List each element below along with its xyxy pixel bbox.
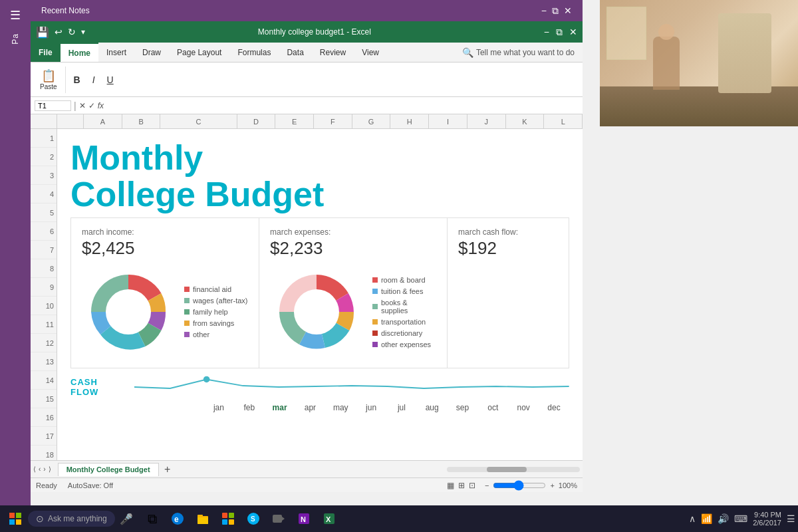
taskbar-onenote[interactable]: N xyxy=(292,507,316,531)
quick-access-toolbar: 💾 ↩ ↻ ▾ xyxy=(36,26,85,39)
sheet-nav-last[interactable]: ⟩ xyxy=(49,466,51,473)
formula-input[interactable] xyxy=(106,101,579,110)
pip-window-light xyxy=(606,7,646,60)
tab-page-layout[interactable]: Page Layout xyxy=(169,43,229,62)
excel-restore[interactable]: ⧉ xyxy=(556,27,563,38)
tell-me-input[interactable]: 🔍 Tell me what you want to do xyxy=(454,43,583,62)
exp-dot-3 xyxy=(372,304,378,309)
sheet-nav-first[interactable]: ⟨ xyxy=(33,466,36,473)
excel-close[interactable]: ✕ xyxy=(569,27,577,38)
hamburger-menu[interactable]: ☰ xyxy=(5,3,26,28)
svg-rect-8 xyxy=(198,515,203,517)
status-autosave: AutoSave: Off xyxy=(68,481,113,489)
onenote-label: Pa xyxy=(11,33,20,45)
zoom-minus[interactable]: − xyxy=(485,481,489,489)
tab-view[interactable]: View xyxy=(354,43,387,62)
cortana-search[interactable]: ⊙ Ask me anything xyxy=(28,511,115,527)
cell-reference[interactable] xyxy=(35,100,71,111)
ribbon-btn-paste[interactable]: 📋 Paste xyxy=(36,66,61,93)
taskbar-task-view[interactable]: ⧉ xyxy=(140,507,164,531)
undo-icon[interactable]: ↩ xyxy=(55,27,63,37)
tab-draw[interactable]: Draw xyxy=(134,43,169,62)
onenote-close[interactable]: ✕ xyxy=(564,5,572,17)
scroll-thumb[interactable] xyxy=(487,467,527,472)
zoom-level: 100% xyxy=(559,481,577,489)
pip-shelf xyxy=(718,13,771,93)
excel-icon: X xyxy=(323,512,336,525)
taskbar-store[interactable] xyxy=(216,507,240,531)
spreadsheet-content: Monthly College Budget march income: $2,… xyxy=(57,129,583,423)
legend-item-1: financial aid xyxy=(184,285,248,293)
taskbar-right: ∧ 📶 🔊 ⌨ 9:40 PM 2/6/2017 ☰ xyxy=(689,511,795,527)
row-number-12: 12 xyxy=(31,334,57,352)
month-label-apr: apr xyxy=(295,403,325,412)
pip-window xyxy=(600,0,798,126)
sheet-nav-next[interactable]: › xyxy=(43,466,45,473)
ribbon-tab-bar: File Home Insert Draw Page Layout Formul… xyxy=(31,43,583,63)
start-button[interactable] xyxy=(3,506,28,531)
tab-file[interactable]: File xyxy=(31,43,61,62)
taskbar-edge[interactable]: e xyxy=(166,507,190,531)
taskbar-video[interactable] xyxy=(267,507,291,531)
tab-data[interactable]: Data xyxy=(279,43,311,62)
row-numbers-panel: 1234567891011121314151617181920212223 xyxy=(31,114,57,460)
month-label-jul: jul xyxy=(386,403,417,412)
row-number-9: 9 xyxy=(31,278,57,297)
ribbon-btn-underline[interactable]: U xyxy=(103,72,118,88)
view-page-break-btn[interactable]: ⊡ xyxy=(469,481,475,490)
legend-item-3: family help xyxy=(184,308,248,316)
save-icon[interactable]: 💾 xyxy=(36,26,49,39)
excel-minimize[interactable]: − xyxy=(544,27,549,38)
zoom-slider[interactable] xyxy=(493,480,546,491)
taskbar: ⊙ Ask me anything 🎤 ⧉ e xyxy=(0,505,798,532)
row-number-11: 11 xyxy=(31,315,57,334)
formula-icon[interactable]: fx xyxy=(98,101,104,110)
view-page-btn[interactable]: ⊞ xyxy=(458,481,465,490)
row-number-18: 18 xyxy=(31,446,57,460)
add-sheet-button[interactable]: + xyxy=(160,463,175,476)
taskbar-volume-icon[interactable]: 🔊 xyxy=(718,513,729,524)
cashflow-line xyxy=(134,380,569,388)
view-normal-btn[interactable]: ▦ xyxy=(447,481,454,490)
income-value: $2,425 xyxy=(82,238,248,259)
ribbon-btn-italic[interactable]: I xyxy=(88,72,99,88)
taskbar-keyboard-icon[interactable]: ⌨ xyxy=(734,513,747,524)
taskbar-notifications[interactable]: ☰ xyxy=(787,513,795,524)
svg-rect-0 xyxy=(9,513,15,518)
cells-content: Monthly College Budget march income: $2,… xyxy=(57,129,583,460)
cashflow-header: CASH FLOW xyxy=(70,374,569,400)
sheet-tab-budget[interactable]: Monthly College Budget xyxy=(58,463,159,476)
taskbar-network-icon[interactable]: 📶 xyxy=(701,513,712,524)
tab-insert[interactable]: Insert xyxy=(98,43,134,62)
redo-icon[interactable]: ↻ xyxy=(68,27,76,37)
pip-head xyxy=(658,24,674,40)
taskbar-clock[interactable]: 9:40 PM 2/6/2017 xyxy=(753,511,781,527)
cancel-formula-btn[interactable]: ✕ xyxy=(79,101,86,110)
formula-bar: | ✕ ✓ fx xyxy=(31,97,583,114)
svg-text:X: X xyxy=(326,515,331,523)
onenote-maximize[interactable]: ⧉ xyxy=(552,5,559,17)
sheet-nav-prev[interactable]: ‹ xyxy=(39,466,41,473)
row-number-1: 1 xyxy=(31,129,57,148)
microphone-btn[interactable]: 🎤 xyxy=(115,507,138,530)
taskbar-files[interactable] xyxy=(191,507,215,531)
ribbon-btn-font[interactable]: B xyxy=(70,72,84,88)
tab-formulas[interactable]: Formulas xyxy=(229,43,279,62)
taskbar-skype[interactable]: S xyxy=(241,507,265,531)
tab-home[interactable]: Home xyxy=(61,43,98,62)
svg-rect-3 xyxy=(16,519,21,525)
taskbar-excel[interactable]: X xyxy=(317,507,341,531)
confirm-formula-btn[interactable]: ✓ xyxy=(88,101,95,110)
skype-icon: S xyxy=(247,512,260,525)
expenses-label: march expenses: xyxy=(270,227,436,237)
zoom-plus[interactable]: + xyxy=(550,481,554,489)
income-panel: march income: $2,425 xyxy=(71,218,259,368)
pip-person xyxy=(653,37,680,90)
onenote-minimize[interactable]: − xyxy=(541,5,547,17)
income-chart-content: financial aid wages (after-tax) family h… xyxy=(82,265,248,358)
svg-rect-1 xyxy=(16,513,21,518)
tab-review[interactable]: Review xyxy=(312,43,354,62)
taskbar-chevron-up[interactable]: ∧ xyxy=(689,513,696,524)
row-number-7: 7 xyxy=(31,241,57,259)
exp-legend-1: room & board xyxy=(372,276,436,284)
